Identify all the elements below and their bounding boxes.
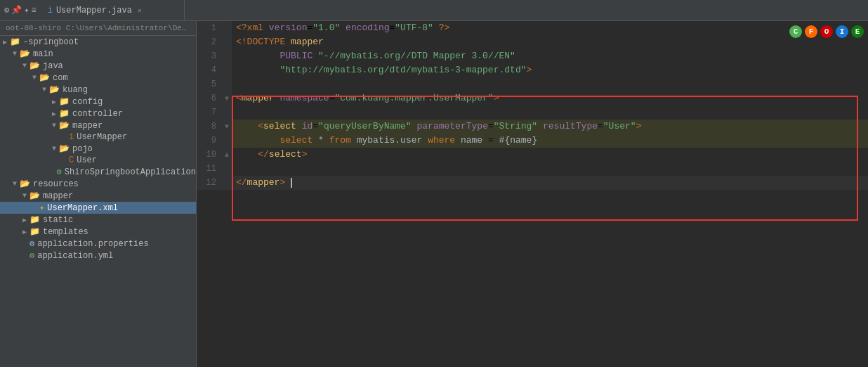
mapper-icon: i [48, 6, 53, 15]
code-line-12: 12</mapper> [197, 176, 868, 190]
tree-item-user[interactable]: CUser [0, 155, 196, 166]
tree-item-application-properties[interactable]: ⚙application.properties [0, 238, 196, 250]
folder-icon: 📂 [59, 120, 70, 131]
tree-item-label: ShiroSpringbootApplication [65, 167, 196, 177]
line-content[interactable]: select * from mybatis.user where name = … [232, 134, 868, 148]
tree-item-label: pojo [72, 144, 93, 154]
line-number: 2 [197, 35, 222, 49]
tree-item-application-yml[interactable]: ⚙application.yml [0, 250, 196, 262]
line-content[interactable]: <mapper namespace="com.kuang.mapper.User… [232, 91, 868, 105]
code-line-5: 5 [197, 77, 868, 91]
java-icon: C [69, 155, 74, 165]
line-gutter: ▼ [222, 120, 232, 134]
tree-item-usermapper[interactable]: iUserMapper [0, 131, 196, 143]
browser-ie-icon[interactable]: I [836, 25, 848, 38]
line-number: 1 [197, 21, 222, 35]
line-gutter [222, 105, 232, 120]
line-gutter [222, 77, 232, 91]
tree-item-label: mapper [72, 121, 103, 131]
line-gutter: ▲ [222, 148, 232, 162]
line-content[interactable]: </select> [232, 148, 868, 162]
tree-item-com[interactable]: ▼📂com [0, 72, 196, 84]
tree-item-label: controller [72, 109, 123, 119]
tree-item-pojo[interactable]: ▼📂pojo [0, 143, 196, 155]
line-number: 10 [197, 148, 222, 162]
browser-edge-icon[interactable]: E [851, 25, 864, 38]
editor-area[interactable]: CFOIE 1<?xml version="1.0" encoding="UTF… [197, 21, 868, 367]
line-content[interactable]: <select id="queryUserByName" parameterTy… [232, 120, 868, 134]
spring-icon: ⚙ [57, 167, 62, 177]
folder-icon: 📁 [29, 226, 40, 237]
arrow-icon: ▶ [20, 216, 29, 224]
line-number: 12 [197, 176, 222, 190]
tree-item-kuang[interactable]: ▼📂kuang [0, 84, 196, 96]
line-content[interactable] [232, 162, 868, 176]
folder-icon: 📂 [29, 191, 40, 201]
main-layout: oot-08-shiro C:\Users\Administrator\Desk… [0, 21, 868, 367]
arrow-icon: ▼ [20, 62, 29, 70]
line-content[interactable]: </mapper> [232, 176, 868, 190]
line-content[interactable]: PUBLIC "-//mybatis.org//DTD Mapper 3.0//… [232, 49, 868, 63]
tree-item-static[interactable]: ▶📁static [0, 214, 196, 226]
line-content[interactable] [232, 105, 868, 120]
arrow-icon: ▼ [10, 50, 20, 58]
code-line-6: 6▼<mapper namespace="com.kuang.mapper.Us… [197, 91, 868, 105]
line-gutter [222, 162, 232, 176]
tree-item-usermapper-xml[interactable]: ✦UserMapper.xml [0, 202, 196, 214]
code-line-3: 3 PUBLIC "-//mybatis.org//DTD Mapper 3.0… [197, 49, 868, 63]
folder-icon: 📂 [59, 143, 70, 154]
folder-icon: 📂 [29, 60, 40, 71]
tree-item-mapper[interactable]: ▼📂mapper [0, 120, 196, 131]
tree-item-templates[interactable]: ▶📁templates [0, 226, 196, 238]
arrow-icon: ▶ [49, 110, 59, 118]
sidebar-path: oot-08-shiro C:\Users\Administrator\Desk… [0, 21, 196, 36]
sidebar: oot-08-shiro C:\Users\Administrator\Desk… [0, 21, 197, 367]
tree-item-label: config [72, 97, 103, 107]
code-line-4: 4 "http://mybatis.org/dtd/mybatis-3-mapp… [197, 63, 868, 77]
tree-item-mapper[interactable]: ▼📂mapper [0, 190, 196, 202]
tree-item-main[interactable]: ▼📂main [0, 48, 196, 60]
line-gutter [222, 134, 232, 148]
line-content[interactable] [232, 77, 868, 91]
tab-bar: ⚙ 📌 ✦ ≡ mshiro-springboot✕CUser.java✕iUs… [0, 0, 868, 21]
tab-bar-icons: ⚙ 📌 ✦ ≡ [0, 5, 41, 15]
text-cursor [291, 178, 292, 188]
code-line-7: 7 [197, 105, 868, 120]
line-number: 9 [197, 134, 222, 148]
code-line-11: 11 [197, 162, 868, 176]
line-content[interactable]: <!DOCTYPE mapper [232, 35, 868, 49]
line-content[interactable]: "http://mybatis.org/dtd/mybatis-3-mapper… [232, 63, 868, 77]
tree-item-label: resources [33, 179, 79, 189]
folder-icon: 📁 [59, 108, 70, 119]
tree-item-config[interactable]: ▶📁config [0, 96, 196, 108]
tree-item-shirospringbootapplication[interactable]: ⚙ShiroSpringbootApplication [0, 166, 196, 178]
browser-opera-icon[interactable]: O [820, 25, 833, 38]
pin-icon[interactable]: 📌 [11, 5, 22, 15]
arrow-icon: ▼ [49, 122, 59, 129]
arrow-icon: ▼ [10, 180, 20, 188]
tree-item-label: UserMapper.xml [47, 203, 118, 213]
browser-toolbar: CFOIE [789, 25, 864, 38]
settings-icon[interactable]: ⚙ [4, 5, 9, 15]
tree-item-label: application.yml [37, 251, 113, 261]
browser-firefox-icon[interactable]: F [805, 25, 817, 38]
line-content[interactable]: <?xml version="1.0" encoding="UTF-8" ?> [232, 21, 868, 35]
browser-chrome-icon[interactable]: C [789, 25, 802, 38]
nav-icon[interactable]: ≡ [31, 6, 36, 15]
code-line-8: 8▼ <select id="queryUserByName" paramete… [197, 120, 868, 134]
tree-item-controller[interactable]: ▶📁controller [0, 108, 196, 120]
arrow-icon: ▼ [20, 192, 29, 200]
arrow-icon: ▶ [0, 38, 10, 46]
line-number: 11 [197, 162, 222, 176]
line-gutter [222, 49, 232, 63]
tab-close[interactable]: ✕ [138, 6, 142, 15]
tab-usermapper-java[interactable]: iUserMapper.java✕ [41, 0, 185, 21]
tree-container: ▶📁-springboot▼📂main▼📂java▼📂com▼📂kuang▶📁c… [0, 36, 196, 262]
tree-item-resources[interactable]: ▼📂resources [0, 178, 196, 190]
tree-item-label: static [43, 215, 73, 225]
tree-item-java[interactable]: ▼📂java [0, 60, 196, 72]
tree-item-label: kuang [63, 85, 88, 95]
star-icon[interactable]: ✦ [24, 5, 29, 15]
tree-item--springboot[interactable]: ▶📁-springboot [0, 36, 196, 48]
folder-icon: 📁 [29, 214, 40, 225]
